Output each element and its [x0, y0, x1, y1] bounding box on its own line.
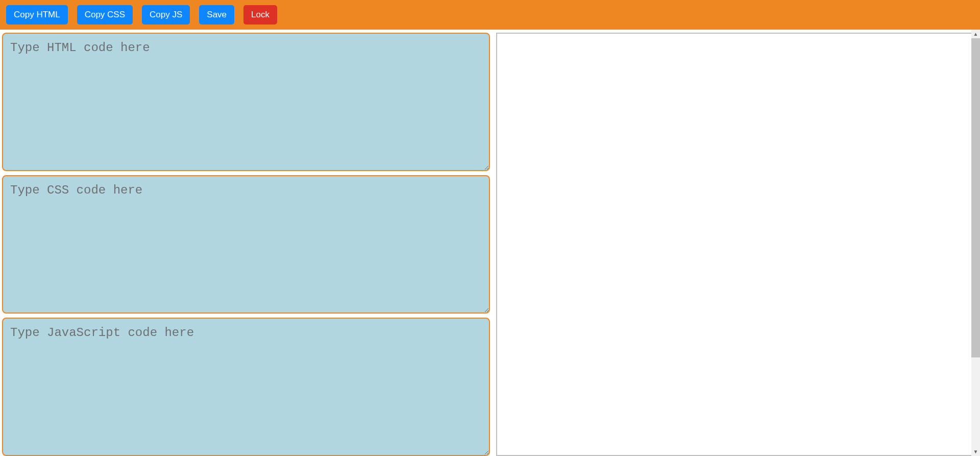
html-editor-wrap	[2, 33, 490, 171]
copy-js-button[interactable]: Copy JS	[142, 5, 190, 25]
preview-panel	[496, 33, 978, 456]
preview-frame[interactable]	[496, 33, 975, 456]
toolbar: Copy HTML Copy CSS Copy JS Save Lock	[0, 0, 980, 30]
html-editor[interactable]	[2, 33, 490, 171]
save-button[interactable]: Save	[199, 5, 234, 25]
css-editor-wrap	[2, 175, 490, 314]
editors-panel	[2, 33, 490, 456]
page-scrollbar[interactable]: ▲ ▼	[971, 30, 980, 456]
main-area	[0, 30, 980, 456]
scroll-track[interactable]	[971, 38, 980, 447]
scroll-up-arrow-icon[interactable]: ▲	[971, 30, 980, 38]
scroll-thumb[interactable]	[971, 38, 980, 357]
js-editor-wrap	[2, 318, 490, 456]
css-editor[interactable]	[2, 175, 490, 314]
js-editor[interactable]	[2, 318, 490, 456]
copy-css-button[interactable]: Copy CSS	[77, 5, 133, 25]
copy-html-button[interactable]: Copy HTML	[6, 5, 68, 25]
scroll-down-arrow-icon[interactable]: ▼	[971, 447, 980, 456]
lock-button[interactable]: Lock	[243, 5, 277, 25]
